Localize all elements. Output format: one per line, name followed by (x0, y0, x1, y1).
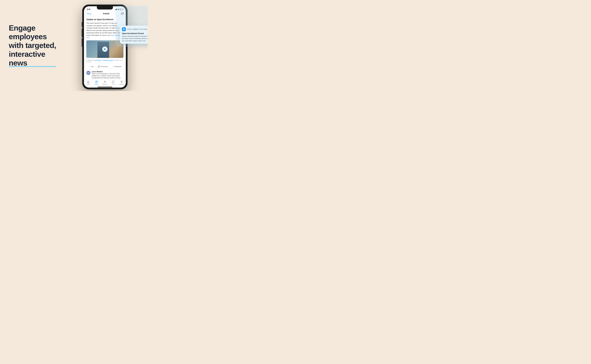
app-logo-icon (122, 27, 126, 31)
svg-point-8 (124, 29, 124, 30)
phone-button-vol-down (82, 39, 82, 47)
phone-notch (97, 6, 113, 9)
comment-body: Lance Marbles Thank you for keeping us i… (92, 71, 124, 79)
locations-icon (120, 81, 123, 83)
author-link[interactable]: Jen Smith (95, 59, 101, 61)
published-line: Published by Jen Smith in Production New… (86, 59, 124, 63)
play-triangle-icon (104, 48, 106, 50)
tab-chat[interactable]: Chat (110, 81, 117, 85)
tab-locations[interactable]: Locations (118, 81, 125, 85)
phone-button-mute (82, 22, 82, 27)
play-button[interactable] (102, 46, 107, 52)
notification-header: YOUR COMMS PLATFORM now (122, 27, 148, 31)
chat-icon (112, 81, 115, 83)
bottom-tab-bar: Home News (84, 79, 126, 87)
like-button[interactable]: ♡ Like (88, 65, 94, 68)
tab-chat-label: Chat (112, 84, 115, 85)
right-section: 9:41 ⊛ (62, 0, 148, 91)
tab-news[interactable]: News (93, 81, 100, 85)
bookmark-button[interactable]: ☆ Bookmark (112, 65, 122, 68)
comment-author: Lance Marbles (92, 71, 124, 72)
commenter-avatar: LM (86, 71, 90, 75)
notification-card: YOUR COMMS PLATFORM now Open Enrollment … (120, 26, 148, 44)
comment-button[interactable]: 💬 Comment (98, 65, 108, 68)
chevron-left-icon: ‹ (86, 13, 87, 15)
svg-point-6 (121, 81, 122, 82)
phone-button-vol-up (82, 29, 82, 37)
bookmark-icon: ☆ (112, 65, 114, 68)
tab-home[interactable]: Home (85, 81, 92, 85)
notification-title: Open Enrollment Period (122, 32, 148, 34)
home-indicator-bar (98, 87, 112, 87)
tab-directory[interactable]: Directory (101, 81, 109, 85)
headline: Engage employees with targeted, interact… (9, 24, 56, 67)
svg-point-4 (104, 81, 105, 82)
svg-point-5 (105, 81, 106, 82)
heart-icon: ♡ (88, 65, 90, 68)
home-icon (87, 81, 90, 83)
tab-home-label: Home (86, 84, 90, 85)
notification-app-name: YOUR COMMS PLATFORM (127, 28, 148, 30)
notification-body: Please read the weekly Production News u… (122, 35, 148, 42)
home-indicator (84, 87, 126, 88)
tab-directory-label: Directory (102, 84, 107, 85)
tab-news-label: News (95, 84, 98, 85)
left-section: Engage employees with targeted, interact… (0, 15, 62, 76)
back-button[interactable]: ‹ Back (86, 13, 92, 15)
status-time: 9:41 (87, 8, 90, 10)
directory-icon (104, 81, 106, 83)
action-bar: ♡ Like 💬 Comment ☆ Bookmark (86, 64, 124, 69)
tab-locations-label: Locations (119, 84, 125, 85)
comment-section: LM Lance Marbles Thank you for keeping u… (86, 71, 124, 79)
category-link[interactable]: Production News (103, 59, 113, 61)
news-icon (95, 81, 98, 83)
comment-text: Thank you for keeping us in the loop! Th… (92, 73, 124, 79)
comment-icon: 💬 (98, 65, 100, 68)
